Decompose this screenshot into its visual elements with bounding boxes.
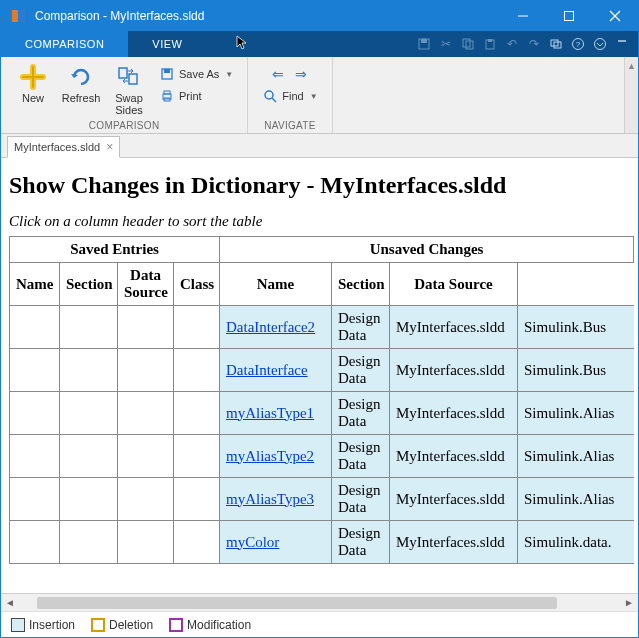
cell-source-left bbox=[118, 392, 174, 435]
entry-link[interactable]: DataInterface2 bbox=[226, 319, 315, 335]
entry-link[interactable]: myAliasType3 bbox=[226, 491, 314, 507]
qa-more-icon[interactable] bbox=[590, 34, 610, 54]
cell-name-right: DataInterface2 bbox=[220, 306, 332, 349]
cell-source-left bbox=[118, 521, 174, 564]
legend-deletion: Deletion bbox=[91, 618, 153, 632]
cell-class-right: Simulink.Bus bbox=[518, 349, 634, 392]
titlebar: Comparison - MyInterfaces.sldd bbox=[1, 1, 638, 31]
entry-link[interactable]: myAliasType2 bbox=[226, 448, 314, 464]
cell-class-right: Simulink.Alias bbox=[518, 478, 634, 521]
table-row: DataInterfaceDesign DataMyInterfaces.sld… bbox=[10, 349, 634, 392]
cell-class-left bbox=[174, 306, 220, 349]
cell-class-left bbox=[174, 521, 220, 564]
document-tab-row: MyInterfaces.sldd × bbox=[1, 134, 638, 158]
swap-sides-button[interactable]: Swap Sides bbox=[107, 61, 151, 118]
cell-section-left bbox=[60, 478, 118, 521]
tab-view[interactable]: VIEW bbox=[128, 31, 206, 57]
qa-redo-icon[interactable]: ↷ bbox=[524, 34, 544, 54]
page-title: Show Changes in Dictionary - MyInterface… bbox=[9, 172, 630, 199]
col-section-left[interactable]: Section bbox=[60, 263, 118, 306]
qa-copy-icon[interactable] bbox=[458, 34, 478, 54]
ribbon-group-label: NAVIGATE bbox=[258, 118, 321, 131]
cell-source-left bbox=[118, 349, 174, 392]
cell-class-left bbox=[174, 392, 220, 435]
col-group-saved[interactable]: Saved Entries bbox=[10, 237, 220, 263]
entry-link[interactable]: DataInterface bbox=[226, 362, 308, 378]
scroll-left-icon[interactable]: ◄ bbox=[1, 597, 19, 608]
ribbon-group-navigate: ⇐ ⇒ Find▼ NAVIGATE bbox=[248, 57, 332, 133]
cell-source-right: MyInterfaces.sldd bbox=[390, 435, 518, 478]
cell-class-left bbox=[174, 435, 220, 478]
cell-name-right: myAliasType1 bbox=[220, 392, 332, 435]
maximize-button[interactable] bbox=[546, 1, 592, 31]
content-area: Show Changes in Dictionary - MyInterface… bbox=[1, 158, 638, 637]
table-row: myAliasType1Design DataMyInterfaces.sldd… bbox=[10, 392, 634, 435]
swatch-deletion bbox=[91, 618, 105, 632]
cell-section-right: Design Data bbox=[332, 521, 390, 564]
qa-save-icon[interactable] bbox=[414, 34, 434, 54]
qa-windows-icon[interactable] bbox=[546, 34, 566, 54]
svg-line-26 bbox=[272, 98, 276, 102]
arrow-left-icon[interactable]: ⇐ bbox=[272, 66, 284, 82]
close-icon[interactable]: × bbox=[106, 140, 113, 154]
find-button[interactable]: Find▼ bbox=[258, 85, 321, 107]
cell-section-right: Design Data bbox=[332, 435, 390, 478]
cell-source-right: MyInterfaces.sldd bbox=[390, 478, 518, 521]
col-source-right[interactable]: Data Source bbox=[390, 263, 518, 306]
cell-source-right: MyInterfaces.sldd bbox=[390, 306, 518, 349]
arrow-right-icon[interactable]: ⇒ bbox=[295, 66, 307, 82]
scrollbar-thumb[interactable] bbox=[37, 597, 557, 609]
col-name-left[interactable]: Name bbox=[10, 263, 60, 306]
cell-source-right: MyInterfaces.sldd bbox=[390, 349, 518, 392]
search-icon bbox=[262, 88, 278, 104]
table-row: myAliasType3Design DataMyInterfaces.sldd… bbox=[10, 478, 634, 521]
table-row: myAliasType2Design DataMyInterfaces.sldd… bbox=[10, 435, 634, 478]
cell-section-right: Design Data bbox=[332, 478, 390, 521]
svg-rect-11 bbox=[488, 39, 492, 42]
qa-cut-icon[interactable]: ✂ bbox=[436, 34, 456, 54]
close-button[interactable] bbox=[592, 1, 638, 31]
col-source-left[interactable]: Data Source bbox=[118, 263, 174, 306]
col-class-left[interactable]: Class bbox=[174, 263, 220, 306]
svg-text:?: ? bbox=[576, 40, 581, 49]
cell-name-left bbox=[10, 478, 60, 521]
qa-undo-icon[interactable]: ↶ bbox=[502, 34, 522, 54]
entry-link[interactable]: myAliasType1 bbox=[226, 405, 314, 421]
document-tab[interactable]: MyInterfaces.sldd × bbox=[7, 136, 120, 158]
svg-point-25 bbox=[265, 91, 273, 99]
ribbon-collapse-handle[interactable]: ▲ bbox=[624, 57, 638, 133]
print-button[interactable]: Print bbox=[155, 85, 237, 107]
col-group-unsaved[interactable]: Unsaved Changes bbox=[220, 237, 634, 263]
svg-rect-3 bbox=[565, 12, 574, 21]
new-button[interactable]: New bbox=[11, 61, 55, 107]
chevron-down-icon: ▼ bbox=[225, 70, 233, 79]
refresh-icon bbox=[67, 63, 95, 91]
ribbon-group-label: COMPARISON bbox=[11, 118, 237, 131]
cell-name-left bbox=[10, 435, 60, 478]
chevron-down-icon: ▼ bbox=[310, 92, 318, 101]
scroll-right-icon[interactable]: ► bbox=[620, 597, 638, 608]
col-section-right[interactable]: Section bbox=[332, 263, 390, 306]
horizontal-scrollbar[interactable]: ◄ ► bbox=[1, 593, 638, 611]
cell-class-left bbox=[174, 478, 220, 521]
svg-rect-1 bbox=[19, 10, 25, 22]
app-icon bbox=[9, 6, 29, 26]
print-icon bbox=[159, 88, 175, 104]
qa-minimize-ribbon-icon[interactable] bbox=[612, 34, 632, 54]
minimize-button[interactable] bbox=[500, 1, 546, 31]
cell-section-left bbox=[60, 521, 118, 564]
save-as-button[interactable]: Save As▼ bbox=[155, 63, 237, 85]
cell-class-right: Simulink.Alias bbox=[518, 435, 634, 478]
qa-paste-icon[interactable] bbox=[480, 34, 500, 54]
cell-class-right: Simulink.data. bbox=[518, 521, 634, 564]
entry-link[interactable]: myColor bbox=[226, 534, 279, 550]
tab-comparison[interactable]: COMPARISON bbox=[1, 31, 128, 57]
save-icon bbox=[159, 66, 175, 82]
svg-rect-7 bbox=[421, 39, 427, 43]
refresh-button[interactable]: Refresh bbox=[59, 61, 103, 107]
cell-class-left bbox=[174, 349, 220, 392]
swatch-insertion bbox=[11, 618, 25, 632]
qa-help-icon[interactable]: ? bbox=[568, 34, 588, 54]
cell-section-right: Design Data bbox=[332, 349, 390, 392]
col-name-right[interactable]: Name bbox=[220, 263, 332, 306]
